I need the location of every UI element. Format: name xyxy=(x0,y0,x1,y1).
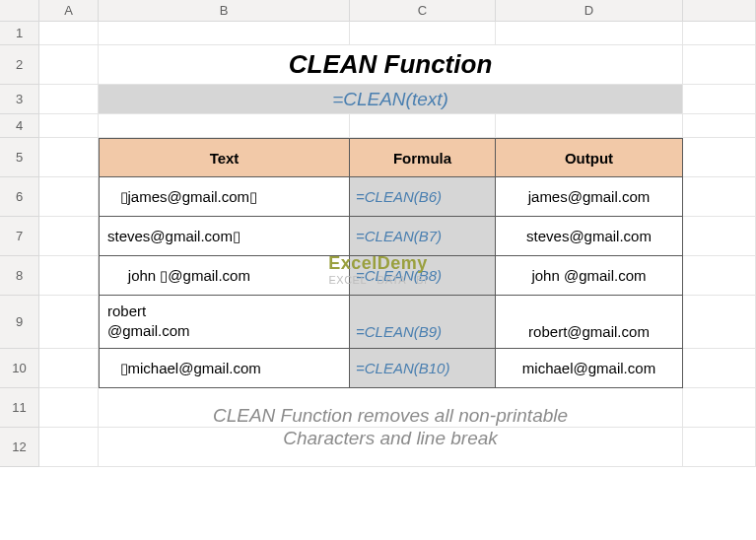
cell[interactable] xyxy=(39,138,99,177)
row-header-2[interactable]: 2 xyxy=(0,45,39,85)
output-cell[interactable]: michael@gmail.com xyxy=(496,349,683,388)
row-header-9[interactable]: 9 xyxy=(0,296,39,349)
table-row[interactable]: robert @gmail.com xyxy=(99,296,350,349)
output-cell[interactable]: john @gmail.com xyxy=(496,256,683,296)
table-row[interactable]: ▯michael@gmail.com xyxy=(99,349,350,388)
cell[interactable] xyxy=(496,114,683,138)
cell[interactable] xyxy=(39,349,99,388)
row-header-10[interactable]: 10 xyxy=(0,349,39,388)
cell[interactable] xyxy=(39,45,99,85)
formula-cell[interactable]: =CLEAN(B6) xyxy=(350,177,496,217)
cell[interactable] xyxy=(39,428,99,467)
col-header-A[interactable]: A xyxy=(39,0,99,22)
cell[interactable] xyxy=(683,388,756,428)
row-header-3[interactable]: 3 xyxy=(0,85,39,114)
table-row[interactable]: steves@gmail.com▯ xyxy=(99,217,350,256)
row-header-8[interactable]: 8 xyxy=(0,256,39,296)
output-cell[interactable]: james@gmail.com xyxy=(496,177,683,217)
syntax-display: =CLEAN(text) xyxy=(99,85,683,114)
row-header-6[interactable]: 6 xyxy=(0,177,39,217)
cell[interactable] xyxy=(99,22,350,45)
formula-cell[interactable]: =CLEAN(B8) xyxy=(350,256,496,296)
cell[interactable] xyxy=(683,349,756,388)
cell[interactable] xyxy=(496,22,683,45)
table-header-output[interactable]: Output xyxy=(496,138,683,177)
cell[interactable] xyxy=(683,217,756,256)
formula-cell[interactable]: =CLEAN(B7) xyxy=(350,217,496,256)
cell[interactable] xyxy=(39,217,99,256)
row-header-4[interactable]: 4 xyxy=(0,114,39,138)
row-header-7[interactable]: 7 xyxy=(0,217,39,256)
row-header-12[interactable]: 12 xyxy=(0,428,39,467)
table-header-formula[interactable]: Formula xyxy=(350,138,496,177)
formula-cell[interactable]: =CLEAN(B10) xyxy=(350,349,496,388)
spreadsheet-grid: A B C D 1 2 CLEAN Function 3 =CLEAN(text… xyxy=(0,0,756,467)
cell[interactable] xyxy=(683,45,756,85)
table-header-text[interactable]: Text xyxy=(99,138,350,177)
cell[interactable] xyxy=(683,114,756,138)
col-header-C[interactable]: C xyxy=(350,0,496,22)
cell[interactable] xyxy=(683,22,756,45)
row-header-11[interactable]: 11 xyxy=(0,388,39,428)
cell[interactable] xyxy=(39,256,99,296)
cell[interactable] xyxy=(683,138,756,177)
cell[interactable] xyxy=(683,428,756,467)
cell[interactable] xyxy=(683,296,756,349)
col-header-blank xyxy=(683,0,756,22)
cell[interactable] xyxy=(39,388,99,428)
row-header-5[interactable]: 5 xyxy=(0,138,39,177)
cell[interactable] xyxy=(39,296,99,349)
cell[interactable] xyxy=(350,114,496,138)
table-row[interactable]: ▯james@gmail.com▯ xyxy=(99,177,350,217)
output-cell[interactable]: robert@gmail.com xyxy=(496,296,683,349)
col-header-B[interactable]: B xyxy=(99,0,350,22)
cell[interactable] xyxy=(683,177,756,217)
cell[interactable] xyxy=(683,85,756,114)
cell[interactable] xyxy=(39,22,99,45)
cell[interactable] xyxy=(683,256,756,296)
page-title: CLEAN Function xyxy=(99,45,683,85)
cell[interactable] xyxy=(39,85,99,114)
footer-line1: CLEAN Function removes all non-printable xyxy=(99,388,683,428)
corner-cell xyxy=(0,0,39,22)
cell[interactable] xyxy=(39,114,99,138)
footer-line2: Characters and line break xyxy=(99,428,683,467)
formula-cell[interactable]: =CLEAN(B9) xyxy=(350,296,496,349)
output-cell[interactable]: steves@gmail.com xyxy=(496,217,683,256)
col-header-D[interactable]: D xyxy=(496,0,683,22)
cell[interactable] xyxy=(39,177,99,217)
table-row[interactable]: john ▯@gmail.com xyxy=(99,256,350,296)
row-header-1[interactable]: 1 xyxy=(0,22,39,45)
cell[interactable] xyxy=(350,22,496,45)
cell[interactable] xyxy=(99,114,350,138)
